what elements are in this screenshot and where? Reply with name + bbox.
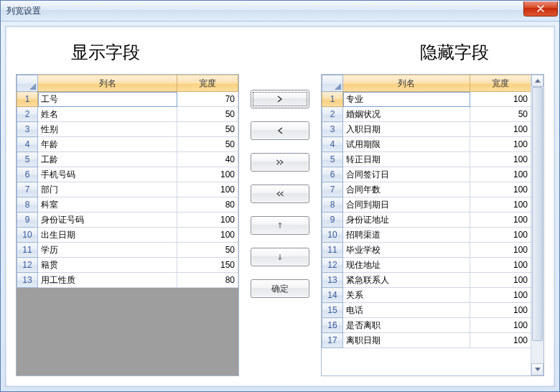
grid-corner[interactable] (322, 75, 343, 92)
cell-name[interactable]: 出生日期 (38, 228, 177, 243)
row-header[interactable]: 10 (17, 228, 38, 243)
cell-width[interactable]: 100 (470, 258, 531, 273)
table-row[interactable]: 7部门100 (17, 182, 238, 197)
row-header[interactable]: 2 (322, 107, 343, 122)
cell-name[interactable]: 毕业学校 (343, 243, 470, 258)
cell-name[interactable]: 紧急联系人 (343, 273, 470, 288)
row-header[interactable]: 4 (17, 137, 38, 152)
table-row[interactable]: 2姓名50 (17, 107, 238, 122)
row-header[interactable]: 11 (322, 243, 343, 258)
cell-width[interactable]: 100 (470, 122, 531, 137)
row-header[interactable]: 7 (17, 182, 38, 197)
table-row[interactable]: 1工号70 (17, 92, 238, 107)
cell-name[interactable]: 合同年数 (343, 182, 470, 197)
table-row[interactable]: 14关系100 (322, 288, 531, 303)
move-all-right-button[interactable] (251, 153, 309, 172)
cell-name[interactable]: 是否离职 (343, 318, 470, 333)
cell-name[interactable]: 手机号码 (38, 167, 177, 182)
row-header[interactable]: 3 (322, 122, 343, 137)
cell-name[interactable]: 性别 (38, 122, 177, 137)
row-header[interactable]: 5 (17, 152, 38, 167)
cell-width[interactable]: 50 (470, 107, 531, 122)
row-header[interactable]: 13 (17, 273, 38, 288)
table-row[interactable]: 12籍贯150 (17, 258, 238, 273)
row-header[interactable]: 11 (17, 243, 38, 258)
table-row[interactable]: 2婚姻状况50 (322, 107, 531, 122)
cell-width[interactable]: 150 (177, 258, 238, 273)
cell-width[interactable]: 100 (470, 137, 531, 152)
cell-width[interactable]: 50 (177, 243, 238, 258)
cell-width[interactable]: 100 (177, 167, 238, 182)
row-header[interactable]: 13 (322, 273, 343, 288)
row-header[interactable]: 16 (322, 318, 343, 333)
table-row[interactable]: 12现住地址100 (322, 258, 531, 273)
cell-name[interactable]: 电话 (343, 303, 470, 318)
cell-width[interactable]: 100 (470, 288, 531, 303)
row-header[interactable]: 8 (17, 197, 38, 213)
cell-width[interactable]: 70 (177, 92, 238, 107)
column-header-width[interactable]: 宽度 (177, 75, 238, 92)
table-row[interactable]: 10出生日期100 (17, 228, 238, 243)
row-header[interactable]: 1 (17, 92, 38, 107)
scrollbar-thumb[interactable] (532, 87, 543, 341)
table-row[interactable]: 11学历50 (17, 243, 238, 258)
grid-corner[interactable] (17, 75, 38, 92)
cell-name[interactable]: 年龄 (38, 137, 177, 152)
table-row[interactable]: 3入职日期100 (322, 122, 531, 137)
cell-width[interactable]: 100 (470, 197, 531, 213)
cell-name[interactable]: 专业 (343, 92, 470, 107)
row-header[interactable]: 3 (17, 122, 38, 137)
row-header[interactable]: 2 (17, 107, 38, 122)
cell-width[interactable]: 40 (177, 152, 238, 167)
cell-width[interactable]: 100 (470, 92, 531, 107)
cell-name[interactable]: 离职日期 (343, 333, 470, 348)
column-header-width[interactable]: 宽度 (470, 75, 531, 92)
table-row[interactable]: 13紧急联系人100 (322, 273, 531, 288)
cell-width[interactable]: 100 (470, 167, 531, 182)
cell-name[interactable]: 转正日期 (343, 152, 470, 167)
cell-name[interactable]: 现住地址 (343, 258, 470, 273)
cell-width[interactable]: 100 (177, 228, 238, 243)
scrollbar-track[interactable] (531, 87, 543, 363)
cell-name[interactable]: 部门 (38, 182, 177, 197)
cell-width[interactable]: 100 (470, 152, 531, 167)
table-row[interactable]: 11毕业学校100 (322, 243, 531, 258)
row-header[interactable]: 6 (17, 167, 38, 182)
cell-width[interactable]: 50 (177, 122, 238, 137)
table-row[interactable]: 9身份证地址100 (322, 213, 531, 228)
cell-name[interactable]: 工号 (38, 92, 177, 107)
cell-width[interactable]: 100 (177, 213, 238, 228)
cell-width[interactable]: 80 (177, 197, 238, 213)
scroll-up-button[interactable] (531, 75, 543, 87)
table-row[interactable]: 5转正日期100 (322, 152, 531, 167)
vertical-scrollbar[interactable] (531, 75, 543, 375)
cell-name[interactable]: 婚姻状况 (343, 107, 470, 122)
table-row[interactable]: 6手机号码100 (17, 167, 238, 182)
cell-name[interactable]: 关系 (343, 288, 470, 303)
row-header[interactable]: 5 (322, 152, 343, 167)
table-row[interactable]: 15电话100 (322, 303, 531, 318)
cell-name[interactable]: 试用期限 (343, 137, 470, 152)
cell-name[interactable]: 科室 (38, 197, 177, 213)
table-row[interactable]: 6合同签订日100 (322, 167, 531, 182)
table-row[interactable]: 4试用期限100 (322, 137, 531, 152)
table-row[interactable]: 9身份证号码100 (17, 213, 238, 228)
cell-width[interactable]: 100 (470, 273, 531, 288)
row-header[interactable]: 10 (322, 228, 343, 243)
table-row[interactable]: 16是否离职100 (322, 318, 531, 333)
move-right-button[interactable] (251, 90, 309, 108)
close-button[interactable] (523, 1, 558, 17)
table-row[interactable]: 5工龄40 (17, 152, 238, 167)
cell-name[interactable]: 用工性质 (38, 273, 177, 288)
cell-width[interactable]: 100 (470, 213, 531, 228)
row-header[interactable]: 4 (322, 137, 343, 152)
table-row[interactable]: 8科室80 (17, 197, 238, 213)
cell-width[interactable]: 100 (177, 182, 238, 197)
row-header[interactable]: 6 (322, 167, 343, 182)
cell-width[interactable]: 50 (177, 137, 238, 152)
row-header[interactable]: 12 (322, 258, 343, 273)
cell-width[interactable]: 100 (470, 303, 531, 318)
table-row[interactable]: 10招聘渠道100 (322, 228, 531, 243)
table-row[interactable]: 13用工性质80 (17, 273, 238, 288)
cell-width[interactable]: 100 (470, 228, 531, 243)
